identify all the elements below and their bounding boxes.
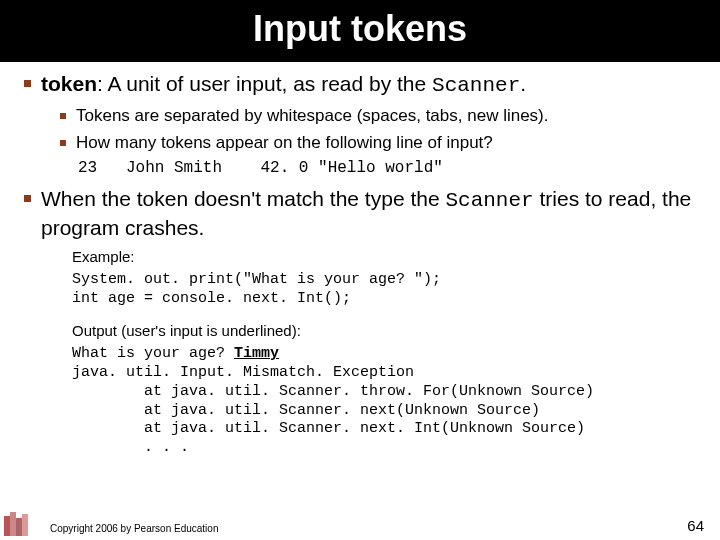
square-bullet-icon <box>60 140 66 146</box>
example-block: Example: System. out. print("What is you… <box>72 248 696 458</box>
example-label: Example: <box>72 248 696 265</box>
output-text: What is your age? Timmy java. util. Inpu… <box>72 345 696 458</box>
copyright-text: Copyright 2006 by Pearson Education <box>50 523 218 534</box>
square-bullet-icon <box>24 80 31 87</box>
example-code: System. out. print("What is your age? ")… <box>72 271 696 309</box>
slide-header: Input tokens <box>0 0 720 62</box>
bullet-2-text: When the token doesn't match the type th… <box>41 185 696 242</box>
sub-bullet-1-text: Tokens are separated by whitespace (spac… <box>76 105 548 128</box>
scanner-code: Scanner <box>432 74 520 97</box>
sub-bullet-2: How many tokens appear on the following … <box>60 132 696 155</box>
scanner-code: Scanner <box>445 189 533 212</box>
sub-bullet-2-text: How many tokens appear on the following … <box>76 132 493 155</box>
slide-title: Input tokens <box>0 8 720 50</box>
slide-body: token: A unit of user input, as read by … <box>0 62 720 458</box>
book-stack-icon <box>4 510 44 536</box>
token-example-code: 23 John Smith 42. 0 "Hello world" <box>78 159 696 177</box>
user-input-underlined: Timmy <box>234 345 279 362</box>
bullet-2: When the token doesn't match the type th… <box>24 185 696 242</box>
square-bullet-icon <box>24 195 31 202</box>
bullet-1-text: token: A unit of user input, as read by … <box>41 70 526 99</box>
stack-trace: java. util. Input. Mismatch. Exception a… <box>72 364 594 456</box>
output-label: Output (user's input is underlined): <box>72 322 696 339</box>
sub-bullet-list: Tokens are separated by whitespace (spac… <box>60 105 696 177</box>
page-number: 64 <box>687 517 704 534</box>
sub-bullet-1: Tokens are separated by whitespace (spac… <box>60 105 696 128</box>
token-term: token <box>41 72 97 95</box>
square-bullet-icon <box>60 113 66 119</box>
output-prompt: What is your age? <box>72 345 234 362</box>
bullet-1: token: A unit of user input, as read by … <box>24 70 696 99</box>
